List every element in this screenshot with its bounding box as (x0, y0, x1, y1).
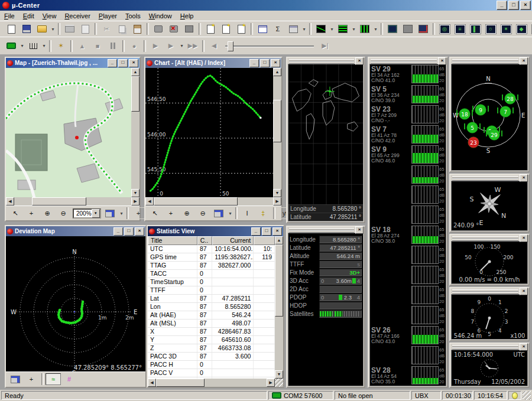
combo-arrow-icon[interactable]: ▾ (92, 209, 100, 218)
menu-tools[interactable]: Tools (121, 12, 145, 20)
scroll-down-arrow[interactable]: ▼ (273, 189, 281, 197)
baudrate-dropdown[interactable]: ▾ (41, 40, 47, 53)
play-dropdown[interactable]: ▾ (179, 40, 185, 53)
step-button[interactable]: ▶ (148, 39, 163, 53)
cut-button[interactable]: ✂ (99, 22, 114, 36)
world-map-grab-bar[interactable]: × (288, 58, 364, 64)
scroll-down-arrow[interactable]: ▼ (131, 189, 140, 197)
statistic-minimize-button[interactable]: _ (251, 227, 261, 236)
close-button[interactable]: × (520, 1, 531, 10)
table-row[interactable]: TACC0 (148, 270, 275, 278)
map-pan-button[interactable]: + (24, 207, 39, 219)
window-resize-grip[interactable] (523, 391, 531, 400)
chart-properties-button[interactable] (211, 207, 226, 219)
table-row[interactable]: UTC8710:16:54.000...10: (148, 245, 275, 253)
map-zoom-out-button[interactable]: ⊖ (56, 207, 71, 219)
slider-thumb[interactable] (228, 41, 233, 51)
screen-record-stop-button[interactable] (166, 22, 181, 36)
table-row[interactable]: Lat8747.285211 (148, 295, 275, 303)
baudrate-button[interactable] (25, 39, 41, 53)
menu-view[interactable]: View (38, 12, 61, 20)
table-row[interactable]: TimeStartup0 (148, 278, 275, 286)
deviation-trace-button[interactable]: ≈ (46, 373, 61, 385)
speed-grab-bar[interactable]: × (451, 235, 528, 241)
map-zoom-select[interactable]: 200%▾ (73, 208, 101, 219)
message-view-button[interactable] (286, 22, 301, 36)
data-panel-grab-bar[interactable]: × (288, 227, 364, 233)
scroll-right-arrow[interactable]: ▶ (131, 197, 140, 206)
chart-pan-button[interactable]: + (163, 207, 179, 219)
copy-button[interactable] (114, 22, 129, 36)
altitude-toggle-button[interactable]: ● (529, 22, 532, 36)
packet-console-button[interactable] (416, 22, 431, 36)
table-row[interactable]: Z874663733.08 (148, 344, 275, 353)
map-window-titlebar[interactable]: Map - [Zuerich-Thalwil.jpg , ... _ □ × (6, 58, 140, 68)
map-minimize-button[interactable]: _ (108, 59, 117, 67)
table-row[interactable]: PACC V0 (148, 369, 275, 377)
stop-button[interactable]: ■ (90, 39, 105, 53)
map-properties-button[interactable] (102, 207, 118, 219)
chart-cursor-button[interactable]: I (239, 207, 255, 219)
histogram-view-button[interactable] (335, 22, 351, 36)
chart-zoom-out-button[interactable]: ⊖ (195, 207, 210, 219)
new-table-view-button[interactable] (203, 22, 218, 36)
deviation-grid-button[interactable]: # (61, 373, 77, 385)
clock-close-icon[interactable]: × (520, 343, 528, 351)
chart-maximize-button[interactable]: □ (260, 59, 270, 67)
scroll-right-arrow[interactable]: ▶ (267, 379, 275, 387)
data-toggle-button[interactable]: ≡ (452, 22, 468, 36)
compass-toggle-button[interactable]: ✶ (498, 22, 514, 36)
open-button[interactable] (34, 22, 50, 36)
map-close-button[interactable]: × (129, 59, 138, 67)
altitude-close-icon[interactable]: × (520, 288, 528, 295)
title-bar[interactable]: µ-Center _ □ × (0, 0, 532, 11)
menu-help[interactable]: Help (176, 12, 198, 20)
altitude-grab-bar[interactable]: × (451, 288, 528, 294)
connect-button[interactable] (4, 39, 19, 53)
column-header[interactable]: Current (212, 236, 254, 245)
chart-plot[interactable]: 546.50546.00545.50050 (145, 68, 273, 198)
eject-button[interactable]: ▲ (74, 39, 90, 53)
statistic-horizontal-scrollbar[interactable]: ◀ ▶ (148, 379, 283, 387)
deviation-maximize-button[interactable]: □ (124, 227, 134, 236)
table-view-button[interactable] (255, 22, 270, 36)
statistic-window-titlebar[interactable]: Statistic View _ □ × (148, 226, 283, 236)
deviation-properties-button[interactable] (8, 373, 23, 385)
chart-minimize-button[interactable]: _ (249, 59, 259, 67)
connect-dropdown[interactable]: ▾ (19, 40, 25, 53)
chart-close-button[interactable]: × (271, 59, 280, 67)
statistic-close-button[interactable]: × (273, 227, 282, 236)
chart-window-titlebar[interactable]: Chart - [Alt (HAE) / Index] _ □ × (145, 58, 281, 68)
map-canvas[interactable] (6, 68, 131, 198)
sky-view-grab-bar[interactable]: × (451, 58, 528, 64)
play-button[interactable]: ▶ (163, 39, 179, 53)
skip-end-button[interactable]: ▶| (317, 39, 333, 53)
chart-vertical-scrollbar[interactable]: ▲ ▼ (273, 68, 281, 197)
new-histogram-view-button[interactable] (233, 22, 249, 36)
speed-toggle-button[interactable]: ◆ (514, 22, 529, 36)
compass-close-icon[interactable]: × (520, 174, 528, 182)
table-row[interactable]: PACC 3D873.600 (148, 353, 275, 361)
pause-button[interactable] (105, 39, 121, 53)
print-preview-button[interactable] (77, 22, 93, 36)
open-dropdown[interactable]: ▾ (50, 22, 56, 35)
table-row[interactable]: Alt (HAE)87546.24 (148, 311, 275, 320)
world-map-toggle-button[interactable]: ◎ (437, 22, 452, 36)
scroll-left-arrow[interactable]: ◀ (148, 379, 156, 387)
map-pointer-button[interactable]: ↖ (8, 207, 23, 219)
chart-horizontal-scrollbar[interactable]: ◀ ▶ (145, 197, 281, 206)
table-row[interactable]: GPS time871195:382627...119 (148, 253, 275, 262)
map-view-button[interactable] (357, 22, 372, 36)
map-zoom-in-button[interactable]: ⊕ (40, 207, 55, 219)
table-row[interactable]: Lon878.565280 (148, 303, 275, 311)
chart-view-button[interactable] (313, 22, 329, 36)
new-file-button[interactable] (4, 22, 19, 36)
map-view-dropdown[interactable]: ▾ (372, 22, 379, 35)
table-row[interactable]: TTFF0 (148, 286, 275, 295)
binary-console-button[interactable] (400, 22, 416, 36)
column-header[interactable]: C.. (197, 236, 212, 245)
satellite-panel-grab-bar[interactable]: × (369, 58, 446, 64)
skip-start-button[interactable]: ◀ (206, 39, 222, 53)
table-row[interactable]: PACC H0 (148, 361, 275, 369)
compass-grab-bar[interactable]: × (451, 175, 528, 181)
